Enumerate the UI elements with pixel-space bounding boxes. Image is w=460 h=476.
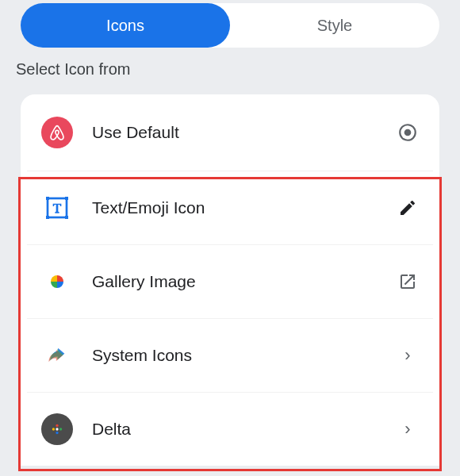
tab-style[interactable]: Style [230, 3, 439, 48]
options-card: Use Default Text/Emoji Icon [21, 94, 439, 466]
svg-rect-4 [65, 197, 68, 200]
option-use-default[interactable]: Use Default [21, 94, 439, 171]
option-gallery-image[interactable]: Gallery Image [21, 245, 439, 318]
delta-icon [41, 413, 73, 445]
option-label: System Icons [92, 346, 397, 365]
text-icon [41, 192, 73, 224]
option-label: Use Default [92, 123, 397, 142]
svg-point-10 [56, 432, 58, 434]
svg-rect-6 [65, 216, 68, 219]
tab-icons[interactable]: Icons [21, 3, 230, 48]
chevron-right-icon: › [397, 344, 419, 367]
svg-point-11 [56, 428, 58, 430]
svg-point-7 [56, 424, 58, 427]
tab-selector: Icons Style [21, 3, 439, 48]
option-label: Gallery Image [92, 272, 397, 291]
svg-point-1 [404, 129, 412, 136]
svg-point-9 [59, 428, 62, 430]
option-delta[interactable]: Delta › [21, 393, 439, 466]
airbnb-icon [41, 117, 73, 148]
open-external-icon [397, 271, 419, 293]
option-label: Delta [92, 420, 397, 439]
option-label: Text/Emoji Icon [92, 198, 397, 217]
option-system-icons[interactable]: System Icons › [21, 319, 439, 392]
svg-rect-3 [46, 197, 49, 200]
radio-selected-icon [397, 121, 419, 144]
edit-icon [397, 197, 419, 219]
google-photos-icon [41, 266, 73, 298]
section-label: Select Icon from [0, 48, 460, 88]
svg-rect-5 [46, 216, 49, 219]
share-arrow-icon [41, 340, 73, 371]
svg-point-8 [52, 428, 55, 430]
option-text-emoji[interactable]: Text/Emoji Icon [21, 171, 439, 244]
chevron-right-icon: › [397, 418, 419, 440]
